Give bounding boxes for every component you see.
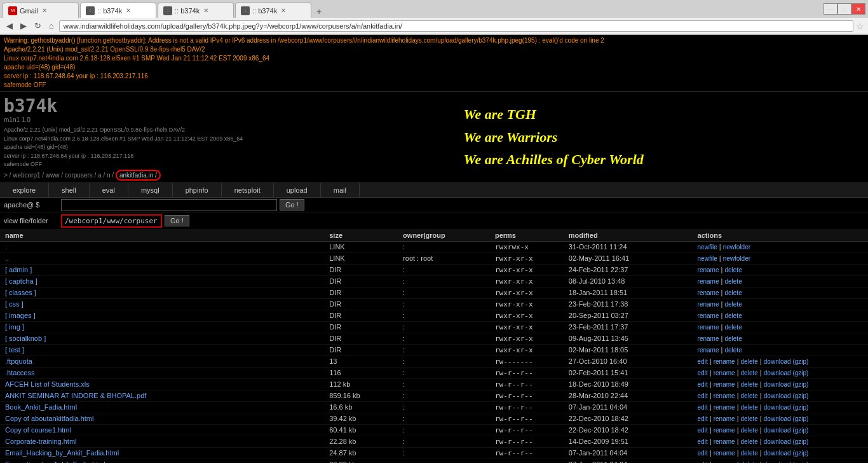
tab-b374k1[interactable]: : :: b374k ✕ bbox=[80, 3, 156, 18]
action-link-downloadgzip[interactable]: download (gzip) bbox=[764, 358, 809, 365]
file-link[interactable]: .. bbox=[5, 254, 9, 262]
file-link[interactable]: Copy of course1.html bbox=[5, 426, 71, 434]
tab-b374k2[interactable]: : :: b374k ✕ bbox=[158, 3, 234, 18]
home-button[interactable]: ⌂ bbox=[46, 20, 57, 32]
action-link-delete[interactable]: delete bbox=[741, 450, 758, 457]
action-link-delete[interactable]: delete bbox=[741, 415, 758, 422]
action-link-downloadgzip[interactable]: download (gzip) bbox=[764, 381, 809, 388]
reload-button[interactable]: ↻ bbox=[32, 20, 44, 32]
action-link-downloadgzip[interactable]: download (gzip) bbox=[764, 450, 809, 457]
action-link-rename[interactable]: rename bbox=[698, 266, 719, 273]
action-link-delete[interactable]: delete bbox=[741, 438, 758, 445]
file-link[interactable]: [ test ] bbox=[5, 346, 24, 354]
window-close-button[interactable]: ✕ bbox=[851, 3, 865, 15]
bookmark-star-icon[interactable]: ☆ bbox=[856, 21, 864, 31]
action-link-delete[interactable]: delete bbox=[724, 347, 742, 354]
action-link-rename[interactable]: rename bbox=[714, 404, 735, 411]
action-link-edit[interactable]: edit bbox=[698, 358, 708, 365]
tab-phpinfo[interactable]: phpinfo bbox=[173, 183, 222, 197]
window-maximize-button[interactable]: □ bbox=[837, 3, 851, 15]
action-link-edit[interactable]: edit bbox=[698, 438, 708, 445]
action-link-rename[interactable]: rename bbox=[698, 278, 719, 285]
action-link-rename[interactable]: rename bbox=[698, 347, 719, 354]
action-link-edit[interactable]: edit bbox=[698, 392, 708, 399]
back-button[interactable]: ◀ bbox=[4, 20, 15, 32]
action-link-delete[interactable]: delete bbox=[724, 278, 742, 285]
action-link-rename[interactable]: rename bbox=[714, 358, 735, 365]
window-minimize-button[interactable]: — bbox=[824, 3, 837, 15]
action-link-rename[interactable]: rename bbox=[714, 450, 735, 457]
file-link[interactable]: Copy of aboutankitfadia.html bbox=[5, 415, 93, 422]
file-link[interactable]: [ captcha ] bbox=[5, 277, 37, 285]
file-link[interactable]: Corporate-training.html bbox=[5, 438, 77, 445]
action-link-rename[interactable]: rename bbox=[698, 312, 719, 319]
action-link-edit[interactable]: edit bbox=[698, 450, 708, 457]
forward-button[interactable]: ▶ bbox=[18, 20, 29, 32]
tab-close-b374k2[interactable]: ✕ bbox=[203, 7, 208, 14]
action-link-rename[interactable]: rename bbox=[714, 438, 735, 445]
file-link[interactable]: . bbox=[5, 243, 7, 251]
action-link-delete[interactable]: delete bbox=[741, 404, 758, 411]
shell-go-button[interactable]: Go ! bbox=[280, 199, 304, 211]
action-link-rename[interactable]: rename bbox=[698, 301, 719, 308]
action-link-delete[interactable]: delete bbox=[741, 427, 758, 434]
action-link-newfolder[interactable]: newfolder bbox=[723, 244, 750, 251]
action-link-downloadgzip[interactable]: download (gzip) bbox=[764, 404, 809, 411]
file-link[interactable]: Email_Hacking_by_Ankit_Fadia.html bbox=[5, 449, 119, 457]
action-link-edit[interactable]: edit bbox=[698, 415, 708, 422]
action-link-rename[interactable]: rename bbox=[714, 392, 735, 399]
tab-eval[interactable]: eval bbox=[90, 183, 128, 197]
action-link-delete[interactable]: delete bbox=[724, 301, 742, 308]
action-link-delete[interactable]: delete bbox=[741, 370, 758, 377]
tab-upload[interactable]: upload bbox=[274, 183, 321, 197]
file-link[interactable]: [ socialknob ] bbox=[5, 335, 46, 342]
action-link-delete[interactable]: delete bbox=[741, 358, 758, 365]
action-link-downloadgzip[interactable]: download (gzip) bbox=[764, 438, 809, 445]
folder-go-button[interactable]: Go ! bbox=[165, 215, 189, 226]
tab-netsploit[interactable]: netsploit bbox=[222, 183, 274, 197]
action-link-edit[interactable]: edit bbox=[698, 370, 708, 377]
shell-input[interactable] bbox=[61, 199, 277, 211]
file-link[interactable]: [ images ] bbox=[5, 312, 36, 319]
action-link-newfile[interactable]: newfile bbox=[698, 255, 717, 262]
action-link-delete[interactable]: delete bbox=[741, 392, 758, 399]
action-link-rename[interactable]: rename bbox=[714, 370, 735, 377]
action-link-downloadgzip[interactable]: download (gzip) bbox=[764, 427, 809, 434]
tab-close-gmail[interactable]: ✕ bbox=[42, 7, 47, 14]
file-link[interactable]: .ftpquota bbox=[5, 357, 32, 365]
action-link-downloadgzip[interactable]: download (gzip) bbox=[764, 415, 809, 422]
tab-explore[interactable]: explore bbox=[0, 183, 49, 197]
action-link-downloadgzip[interactable]: download (gzip) bbox=[764, 392, 809, 399]
tab-mail[interactable]: mail bbox=[321, 183, 360, 197]
action-link-delete[interactable]: delete bbox=[741, 381, 758, 388]
file-link[interactable]: ANKIT SEMINAR AT INDORE & BHOPAL.pdf bbox=[5, 392, 146, 399]
file-link[interactable]: [ css ] bbox=[5, 300, 24, 308]
folder-input[interactable] bbox=[61, 214, 162, 228]
action-link-delete[interactable]: delete bbox=[724, 324, 742, 331]
action-link-delete[interactable]: delete bbox=[724, 266, 742, 273]
action-link-edit[interactable]: edit bbox=[698, 381, 708, 388]
action-link-rename[interactable]: rename bbox=[714, 415, 735, 422]
action-link-rename[interactable]: rename bbox=[698, 335, 719, 342]
tab-shell[interactable]: shell bbox=[49, 183, 90, 197]
action-link-downloadgzip[interactable]: download (gzip) bbox=[764, 370, 809, 377]
action-link-edit[interactable]: edit bbox=[698, 404, 708, 411]
action-link-delete[interactable]: delete bbox=[724, 312, 742, 319]
file-link[interactable]: [ img ] bbox=[5, 323, 24, 331]
tab-b374k3[interactable]: : :: b374k ✕ bbox=[235, 3, 311, 18]
action-link-delete[interactable]: delete bbox=[724, 289, 742, 296]
action-link-rename[interactable]: rename bbox=[698, 324, 719, 331]
file-link[interactable]: [ admin ] bbox=[5, 266, 32, 273]
file-link[interactable]: Book_Ankit_Fadia.html bbox=[5, 403, 77, 411]
action-link-rename[interactable]: rename bbox=[714, 381, 735, 388]
new-tab-button[interactable]: + bbox=[313, 5, 325, 18]
file-link[interactable]: [ classes ] bbox=[5, 289, 36, 296]
tab-close-b374k3[interactable]: ✕ bbox=[281, 7, 286, 14]
action-link-rename[interactable]: rename bbox=[698, 289, 719, 296]
tab-gmail[interactable]: M Gmail ✕ bbox=[3, 3, 79, 18]
action-link-edit[interactable]: edit bbox=[698, 427, 708, 434]
action-link-rename[interactable]: rename bbox=[714, 427, 735, 434]
action-link-newfolder[interactable]: newfolder bbox=[723, 255, 750, 262]
file-link[interactable]: .htaccess bbox=[5, 369, 34, 377]
tab-mysql[interactable]: mysql bbox=[128, 183, 173, 197]
